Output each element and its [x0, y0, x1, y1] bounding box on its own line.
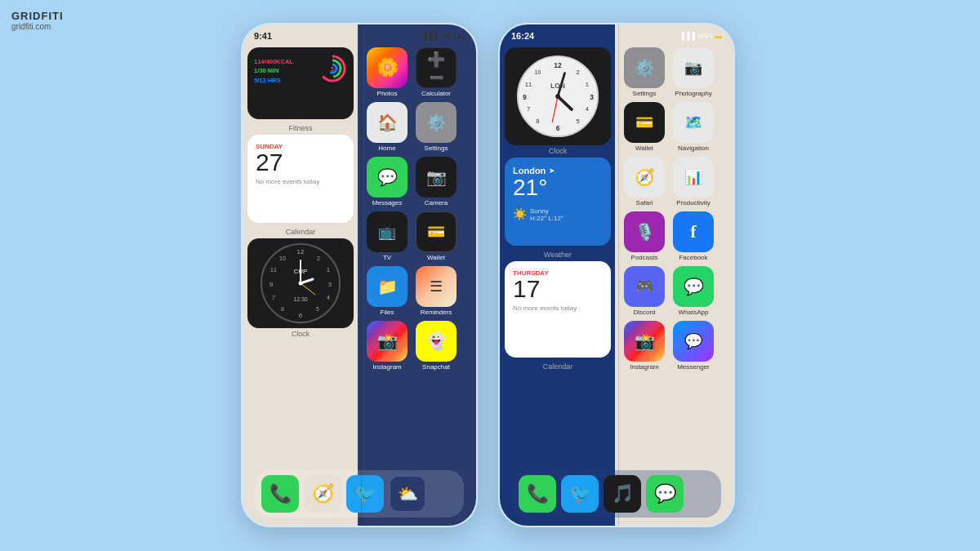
clock-label-right: Clock	[505, 147, 611, 155]
app-safari-label: Safari	[622, 199, 666, 207]
calendar-label-left: Calendar	[247, 228, 354, 236]
app-photos[interactable]: 🌼 Photos	[365, 47, 409, 97]
right-app-row-4: 🎙️ Podcasts f Facebook	[622, 211, 728, 261]
svg-text:12:30: 12:30	[293, 296, 308, 302]
app-instagram[interactable]: 📸 Instagram	[365, 321, 409, 371]
phone-left: 9:41 ▐▐▐ WiFi ▬ 5 114/400KCAL 1/30 MIN 5…	[241, 23, 478, 527]
app-photography-right[interactable]: 📷 Photography	[671, 47, 715, 97]
app-wallet-right[interactable]: 💳 Wallet	[622, 102, 666, 152]
app-files-label: Files	[365, 309, 409, 316]
clock-widget-right[interactable]: 12 6 3 9 2 1 4 5 10 11 7 8 LON	[505, 47, 611, 145]
signal-icon: ▐▐▐	[422, 32, 438, 40]
app-wallet[interactable]: 💳 Wallet	[414, 211, 458, 261]
app-calculator-label: Calculator	[414, 90, 458, 97]
app-snapchat[interactable]: 👻 Snapchat	[414, 321, 458, 371]
fitness-widget[interactable]: 5 114/400KCAL 1/30 MIN 5/12 HRS	[247, 47, 354, 119]
svg-text:8: 8	[281, 306, 284, 312]
dock-phone[interactable]: 📞	[261, 475, 299, 513]
svg-text:3: 3	[328, 281, 332, 288]
app-instagram-right-label: Instagram	[622, 363, 666, 371]
app-photos-label: Photos	[365, 90, 409, 97]
calendar-label-right: Calendar	[505, 362, 611, 371]
app-messenger[interactable]: 💬 Messenger	[671, 321, 715, 371]
app-messages[interactable]: 💬 Messages	[365, 157, 409, 207]
app-home-label: Home	[365, 144, 409, 152]
dock-twitter-right[interactable]: 🐦	[561, 475, 599, 513]
app-photography-label: Photography	[671, 90, 715, 97]
cal-event-left: No more events today	[256, 178, 345, 186]
svg-text:6: 6	[299, 312, 303, 319]
svg-text:11: 11	[525, 81, 532, 88]
app-reminders[interactable]: ☰ Reminders	[414, 266, 458, 316]
widgets-column-right: 12 6 3 9 2 1 4 5 10 11 7 8 LON	[505, 47, 611, 373]
app-discord[interactable]: 🎮 Discord	[622, 266, 666, 316]
cal-date-right: 17	[513, 277, 603, 301]
svg-text:12: 12	[554, 61, 562, 69]
app-camera[interactable]: 📷 Camera	[414, 157, 458, 207]
dock-messages-right[interactable]: 💬	[646, 475, 684, 513]
weather-desc: Sunny	[530, 207, 564, 215]
dock-weather[interactable]: ⛅	[389, 475, 426, 513]
app-reminders-label: Reminders	[414, 309, 458, 316]
app-navigation[interactable]: 🗺️ Navigation	[671, 102, 715, 152]
app-settings[interactable]: ⚙️ Settings	[414, 102, 458, 152]
dock-right: 📞 🐦 🎵 💬	[512, 470, 721, 518]
app-safari[interactable]: 🧭 Safari	[622, 157, 666, 207]
app-instagram-right[interactable]: 📸 Instagram	[622, 321, 666, 371]
weather-widget[interactable]: London ➤ 21° ☀️ Sunny H:22° L:12°	[505, 158, 611, 246]
status-time-left: 9:41	[254, 31, 272, 41]
svg-text:4: 4	[327, 295, 330, 300]
app-tv[interactable]: 📺 TV	[365, 211, 409, 261]
svg-text:9: 9	[523, 93, 527, 101]
app-row-4: 📺 TV 💳 Wallet	[365, 211, 471, 261]
svg-text:11: 11	[270, 267, 277, 273]
app-whatsapp-label: WhatsApp	[671, 309, 715, 316]
svg-text:1: 1	[586, 81, 589, 88]
app-whatsapp[interactable]: 💬 WhatsApp	[671, 266, 715, 316]
dock-phone-right[interactable]: 📞	[519, 475, 556, 513]
app-facebook-label: Facebook	[671, 254, 715, 261]
app-facebook[interactable]: f Facebook	[671, 211, 715, 261]
cal-event-right: No more events today	[513, 304, 603, 313]
apps-grid-left: 🌼 Photos ➕➖ Calculator 🏠 Home ⚙️	[365, 47, 471, 375]
weather-hi-lo: H:22° L:12°	[530, 215, 564, 222]
svg-text:2: 2	[576, 69, 579, 76]
clock-widget-left[interactable]: 12 3 6 9 2 1 4 5 10 11 7 8 CUP	[247, 238, 354, 328]
right-app-row-5: 🎮 Discord 💬 WhatsApp	[622, 266, 728, 316]
battery-icon: ▬	[457, 32, 465, 40]
phone-right: 16:24 ▐▐▐ WiFi ▬ 12 6 3 9 2 1 4 5 10 11 …	[498, 23, 735, 527]
calendar-widget-right[interactable]: THURSDAY 17 No more events today	[505, 261, 611, 358]
right-app-row-1: ⚙️ Settings 📷 Photography	[622, 47, 728, 97]
app-wallet-label: Wallet	[414, 254, 458, 261]
dock-twitter[interactable]: 🐦	[346, 475, 384, 513]
svg-text:9: 9	[270, 281, 274, 288]
app-messages-label: Messages	[365, 199, 409, 207]
app-settings-right[interactable]: ⚙️ Settings	[622, 47, 666, 97]
app-files[interactable]: 📁 Files	[365, 266, 409, 316]
app-home[interactable]: 🏠 Home	[365, 102, 409, 152]
app-productivity[interactable]: 📊 Productivity	[671, 157, 715, 207]
dock-spotify[interactable]: 🎵	[604, 475, 641, 513]
app-podcasts[interactable]: 🎙️ Podcasts	[622, 211, 666, 261]
right-app-row-6: 📸 Instagram 💬 Messenger	[622, 321, 728, 371]
weather-hi: H:22°	[530, 215, 546, 222]
app-productivity-label: Productivity	[671, 199, 715, 207]
wifi-icon-right: WiFi	[697, 32, 712, 40]
svg-text:7: 7	[527, 105, 530, 113]
calendar-widget-left[interactable]: SUNDAY 27 No more events today	[247, 135, 354, 223]
svg-text:3: 3	[590, 93, 594, 101]
svg-text:7: 7	[272, 295, 275, 300]
status-bar-right: 16:24 ▐▐▐ WiFi ▬	[500, 24, 733, 47]
clock-face-svg-right: 12 6 3 9 2 1 4 5 10 11 7 8 LON	[513, 54, 603, 139]
svg-point-40	[555, 94, 560, 99]
right-app-row-3: 🧭 Safari 📊 Productivity	[622, 157, 728, 207]
dock-compass[interactable]: 🧭	[304, 475, 341, 513]
sun-icon: ☀️	[513, 207, 527, 220]
brand-url: gridfiti.com	[11, 22, 64, 31]
cal-date-left: 27	[256, 150, 345, 175]
fitness-rings: 5	[318, 54, 347, 83]
app-row-1: 🌼 Photos ➕➖ Calculator	[365, 47, 471, 97]
app-calculator[interactable]: ➕➖ Calculator	[414, 47, 458, 97]
svg-text:10: 10	[279, 256, 286, 261]
svg-text:10: 10	[535, 69, 541, 75]
